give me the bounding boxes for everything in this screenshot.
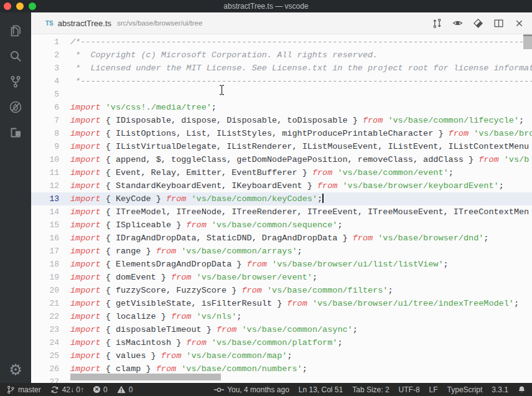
line-number[interactable]: 12 (31, 179, 59, 192)
status-item[interactable]: Ln 13, Col 51 (299, 385, 343, 394)
status-label: You, 4 months ago (227, 385, 289, 394)
line-number[interactable]: 13 (31, 192, 59, 205)
open-changes-icon[interactable] (432, 18, 442, 29)
line-number[interactable]: 6 (31, 101, 59, 114)
status-item-bell[interactable] (518, 385, 526, 394)
code-line[interactable]: 2 * Copyright (c) Microsoft Corporation.… (31, 49, 532, 62)
line-number[interactable]: 17 (31, 245, 59, 258)
status-item[interactable]: Tab Size: 2 (352, 385, 389, 394)
line-number[interactable]: 15 (31, 219, 59, 232)
status-item-commit[interactable]: You, 4 months ago (214, 385, 289, 394)
line-number[interactable]: 10 (31, 153, 59, 166)
code-line[interactable]: 15import { ISpliceable } from 'vs/base/c… (31, 219, 532, 232)
code-text: import { getVisibleState, isFilterResult… (59, 299, 519, 308)
line-number[interactable]: 7 (31, 114, 59, 127)
code-line[interactable]: 7import { IDisposable, dispose, Disposab… (31, 114, 532, 127)
line-number[interactable]: 4 (31, 75, 59, 88)
code-line[interactable]: 19import { domEvent } from 'vs/base/brow… (31, 271, 532, 284)
close-window-button[interactable] (4, 2, 11, 10)
tab-filename[interactable]: abstractTree.ts (58, 19, 111, 28)
line-number[interactable]: 16 (31, 232, 59, 245)
code-line[interactable]: 1/*-------------------------------------… (31, 35, 532, 49)
code-line[interactable]: 16import { IDragAndDropData, StaticDND, … (31, 232, 532, 245)
code-line[interactable]: 23import { disposableTimeout } from 'vs/… (31, 323, 532, 336)
extensions-icon[interactable] (7, 125, 24, 141)
status-item-warning[interactable]: 0 (117, 385, 133, 394)
code-text (59, 377, 70, 383)
code-line[interactable]: 24import { isMacintosh } from 'vs/base/c… (31, 336, 532, 349)
code-line[interactable]: 10import { append, $, toggleClass, getDo… (31, 153, 532, 166)
code-line[interactable]: 14import { ITreeModel, ITreeNode, ITreeR… (31, 205, 532, 219)
line-number[interactable]: 23 (31, 323, 59, 336)
code-line[interactable]: 18import { ElementsDragAndDropData } fro… (31, 258, 532, 271)
code-text: import { IDragAndDropData, StaticDND, Dr… (59, 233, 488, 243)
error-icon: ✕ (93, 386, 100, 393)
code-text: import { localize } from 'vs/nls'; (59, 312, 241, 321)
code-line[interactable]: 25import { values } from 'vs/base/common… (31, 349, 532, 362)
line-number[interactable]: 11 (31, 166, 59, 179)
explorer-icon[interactable] (7, 22, 24, 39)
line-number[interactable]: 21 (31, 297, 59, 310)
line-number[interactable]: 3 (31, 62, 59, 75)
close-icon[interactable] (514, 18, 525, 29)
code-text: import { range } from 'vs/base/common/ar… (59, 247, 302, 256)
status-item[interactable]: 3.3.1 (492, 385, 508, 394)
line-number[interactable]: 26 (31, 362, 59, 375)
status-label: 42↓ 0↑ (62, 385, 84, 394)
minimize-window-button[interactable] (16, 2, 24, 10)
code-line[interactable]: 20import { fuzzyScore, FuzzyScore } from… (31, 284, 532, 297)
typescript-file-icon: TS (45, 20, 54, 27)
status-item[interactable]: LF (429, 385, 438, 394)
line-number[interactable]: 22 (31, 310, 59, 323)
line-number[interactable]: 20 (31, 284, 59, 297)
code-text: import 'vs/css!./media/tree'; (59, 103, 217, 112)
line-number[interactable]: 9 (31, 140, 59, 153)
gear-icon[interactable]: ⚙ (7, 362, 24, 378)
status-item-git-branch[interactable]: master (6, 385, 41, 394)
line-number[interactable]: 1 (31, 35, 59, 49)
debug-icon[interactable] (7, 99, 24, 115)
code-editor[interactable]: 1/*-------------------------------------… (31, 34, 532, 383)
code-line[interactable]: 12import { StandardKeyboardEvent, IKeybo… (31, 179, 532, 192)
source-control-icon[interactable] (7, 73, 24, 90)
code-line[interactable]: 17import { range } from 'vs/base/common/… (31, 245, 532, 258)
line-number[interactable]: 19 (31, 271, 59, 284)
line-number[interactable]: 27 (31, 375, 59, 383)
code-line[interactable]: 21import { getVisibleState, isFilterResu… (31, 297, 532, 310)
line-number[interactable]: 2 (31, 49, 59, 62)
status-item-sync[interactable]: 42↓ 0↑ (50, 385, 84, 394)
code-line[interactable]: 4 *-------------------------------------… (31, 75, 532, 88)
search-icon[interactable] (7, 48, 24, 64)
code-text: /*--------------------------------------… (59, 37, 532, 47)
horizontal-scrollbar[interactable] (70, 374, 221, 380)
code-line[interactable]: 11import { Event, Relay, Emitter, EventB… (31, 166, 532, 179)
gitlens-compare-icon[interactable] (473, 18, 483, 29)
line-number[interactable]: 25 (31, 349, 59, 362)
line-number[interactable]: 14 (31, 205, 59, 219)
code-text: import { IListOptions, List, IListStyles… (59, 129, 532, 138)
split-editor-icon[interactable] (493, 18, 504, 29)
line-number[interactable]: 24 (31, 336, 59, 349)
code-line[interactable]: 22import { localize } from 'vs/nls'; (31, 310, 532, 323)
code-text: import { IDisposable, dispose, Disposabl… (59, 116, 524, 125)
line-number[interactable]: 8 (31, 127, 59, 140)
status-item[interactable]: UTF-8 (399, 385, 420, 394)
code-text: * Licensed under the MIT License. See Li… (59, 64, 532, 73)
code-text: import { IListVirtualDelegate, IListRend… (59, 142, 529, 151)
line-number[interactable]: 5 (31, 88, 59, 101)
code-line[interactable]: 13import { KeyCode } from 'vs/base/commo… (31, 192, 532, 205)
code-text: import { append, $, toggleClass, getDomN… (59, 155, 529, 164)
code-line[interactable]: 8import { IListOptions, List, IListStyle… (31, 127, 532, 140)
code-line[interactable]: 6import 'vs/css!./media/tree'; (31, 101, 532, 114)
vertical-scrollbar[interactable] (523, 34, 532, 49)
code-line[interactable]: 5 (31, 88, 532, 101)
code-line[interactable]: 9import { IListVirtualDelegate, IListRen… (31, 140, 532, 153)
status-label: Tab Size: 2 (352, 385, 389, 394)
zoom-window-button[interactable] (29, 2, 36, 10)
code-line[interactable]: 3 * Licensed under the MIT License. See … (31, 62, 532, 75)
line-number[interactable]: 18 (31, 258, 59, 271)
status-item[interactable]: TypeScript (447, 385, 483, 394)
status-item-error[interactable]: ✕0 (93, 385, 108, 394)
toggle-blame-icon[interactable] (452, 18, 463, 29)
code-text: import { disposableTimeout } from 'vs/ba… (59, 325, 358, 334)
